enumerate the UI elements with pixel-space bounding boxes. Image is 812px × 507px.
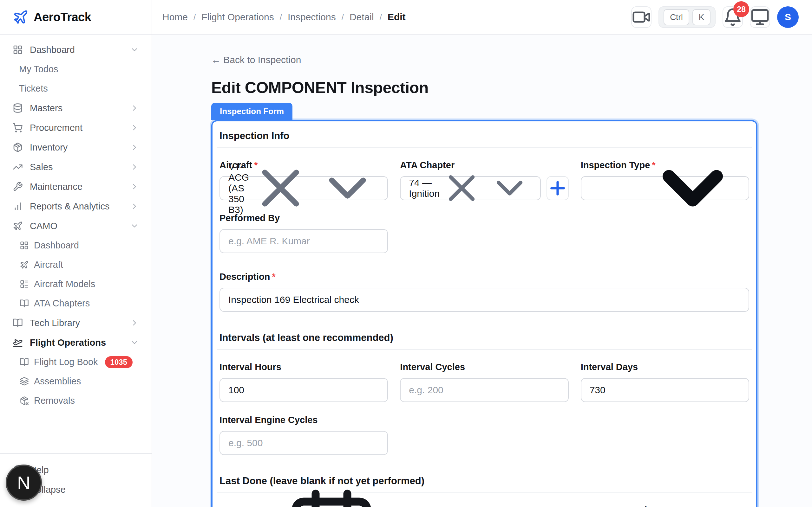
chevron-down-icon[interactable]: [316, 157, 379, 220]
sidebar-item-dashboard[interactable]: Dashboard: [0, 40, 152, 60]
performed-by-input[interactable]: [219, 229, 388, 253]
aircraft-value: VT-ACG (AS 350 B3): [229, 161, 249, 215]
display-button[interactable]: [750, 6, 770, 28]
sidebar-item-aircraft-models[interactable]: Aircraft Models: [0, 274, 152, 294]
notification-count-badge: 28: [733, 1, 749, 17]
chevron-right-icon: [130, 163, 139, 171]
top-bar: Home/Flight Operations/Inspections/Detai…: [152, 0, 812, 35]
sidebar-item-label: Masters: [30, 103, 62, 113]
back-to-inspection-link[interactable]: ← Back to Inspection: [211, 55, 301, 65]
aircraft-combobox[interactable]: VT-ACG (AS 350 B3): [219, 176, 388, 200]
breadcrumb: Home/Flight Operations/Inspections/Detai…: [162, 12, 631, 22]
sidebar-item-label: Dashboard: [30, 45, 75, 55]
sidebar-item-my-todos[interactable]: My Todos: [0, 60, 152, 79]
sidebar-item-label: CAMO: [30, 221, 57, 231]
trending-up-icon: [13, 162, 23, 172]
notifications-button[interactable]: 28: [722, 6, 743, 28]
nextjs-dev-badge[interactable]: N: [6, 464, 42, 501]
command-palette-shortcut[interactable]: Ctrl K: [658, 6, 716, 28]
chevron-right-icon: [130, 123, 139, 132]
video-call-button[interactable]: [631, 6, 652, 28]
layout-list-icon: [20, 279, 29, 289]
calendar-icon[interactable]: [284, 486, 379, 507]
count-badge: 1035: [105, 356, 133, 368]
chevron-down-icon[interactable]: [488, 166, 531, 210]
sidebar-item-inventory[interactable]: Inventory: [0, 137, 152, 157]
breadcrumb-separator: /: [194, 12, 196, 22]
last-done-cycles-label: Last Done Cycles: [581, 505, 749, 507]
sidebar-item-dashboard[interactable]: Dashboard: [0, 236, 152, 255]
sidebar-item-flight-log-book[interactable]: Flight Log Book1035: [0, 352, 152, 372]
add-ata-chapter-button[interactable]: [547, 176, 569, 200]
k-keycap: K: [693, 9, 711, 25]
package-icon: [13, 142, 23, 153]
sidebar-item-label: Maintenance: [30, 181, 83, 192]
section-divider: [217, 349, 752, 350]
sidebar-item-label: Aircraft: [34, 260, 63, 270]
sidebar-item-sales[interactable]: Sales: [0, 157, 152, 177]
sidebar-item-reports-analytics[interactable]: Reports & Analytics: [0, 196, 152, 216]
inspection-form-card: Inspection Info Aircraft* VT-ACG (AS 350…: [211, 120, 757, 507]
sidebar-item-maintenance[interactable]: Maintenance: [0, 177, 152, 196]
sidebar-item-label: ATA Chapters: [34, 298, 90, 308]
breadcrumb-item-detail[interactable]: Detail: [350, 12, 374, 22]
breadcrumb-item-inspections[interactable]: Inspections: [288, 12, 336, 22]
breadcrumb-item-edit: Edit: [388, 12, 406, 22]
sidebar-item-label: My Todos: [19, 64, 58, 74]
app-logo[interactable]: AeroTrack: [0, 0, 152, 35]
sidebar-item-label: Tickets: [19, 83, 48, 94]
interval-hours-input[interactable]: [219, 378, 388, 402]
sidebar-item-label: Flight Log Book: [34, 357, 98, 367]
ata-chapter-field: ATA Chapter 74 — Ignition: [400, 160, 568, 200]
chevron-down-icon: [130, 45, 139, 54]
breadcrumb-separator: /: [280, 12, 282, 22]
sidebar-item-flight-operations[interactable]: Flight Operations: [0, 333, 152, 352]
dashboard-grid-icon: [20, 241, 29, 250]
clear-icon[interactable]: [440, 166, 484, 210]
sidebar-item-removals[interactable]: Removals: [0, 391, 152, 410]
plane-icon: [20, 260, 29, 269]
last-done-date-field: Last Done Date dd-mm-yyyy: [219, 505, 388, 507]
monitor-icon: [751, 8, 769, 26]
sidebar-item-tech-library[interactable]: Tech Library: [0, 313, 152, 333]
ctrl-keycap: Ctrl: [664, 9, 689, 25]
bar-chart-icon: [13, 201, 23, 211]
video-camera-icon: [632, 8, 651, 26]
sidebar-item-label: Reports & Analytics: [30, 201, 109, 212]
user-avatar[interactable]: S: [777, 6, 799, 28]
sidebar: AeroTrack DashboardMy TodosTicketsMaster…: [0, 0, 152, 507]
breadcrumb-item-flight-operations[interactable]: Flight Operations: [201, 12, 274, 22]
interval-cycles-input[interactable]: [400, 378, 568, 402]
plane-icon: [13, 9, 29, 25]
tab-inspection-form[interactable]: Inspection Form: [211, 103, 293, 120]
inspection-type-field: Inspection Type*: [581, 160, 749, 200]
sidebar-item-tickets[interactable]: Tickets: [0, 79, 152, 98]
sidebar-item-aircraft[interactable]: Aircraft: [0, 255, 152, 274]
sidebar-item-label: Sales: [30, 162, 53, 172]
plus-icon: [547, 178, 568, 199]
wrench-icon: [13, 181, 23, 192]
interval-days-field: Interval Days: [581, 362, 749, 402]
interval-hours-label: Interval Hours: [219, 362, 388, 372]
interval-engine-cycles-label: Interval Engine Cycles: [219, 415, 388, 425]
clear-icon[interactable]: [249, 157, 312, 220]
inspection-type-select[interactable]: [581, 176, 749, 200]
plane-takeoff-icon: [13, 337, 23, 348]
breadcrumb-item-home[interactable]: Home: [162, 12, 188, 22]
sidebar-item-ata-chapters[interactable]: ATA Chapters: [0, 294, 152, 313]
book-open-icon: [13, 318, 23, 328]
sidebar-item-procurement[interactable]: Procurement: [0, 118, 152, 137]
header-actions: Ctrl K 28 S: [631, 6, 799, 28]
interval-engine-cycles-input[interactable]: [219, 431, 388, 455]
plane-icon: [13, 221, 23, 231]
sidebar-item-assemblies[interactable]: Assemblies: [0, 372, 152, 391]
interval-days-input[interactable]: [581, 378, 749, 402]
interval-engine-cycles-field: Interval Engine Cycles: [219, 415, 388, 455]
app-name: AeroTrack: [34, 10, 91, 24]
sidebar-item-label: Dashboard: [34, 240, 79, 250]
ata-chapter-combobox[interactable]: 74 — Ignition: [400, 176, 541, 200]
section-title-inspection-info: Inspection Info: [217, 130, 752, 142]
description-input[interactable]: [219, 288, 749, 312]
sidebar-item-camo[interactable]: CAMO: [0, 216, 152, 236]
sidebar-item-masters[interactable]: Masters: [0, 98, 152, 118]
